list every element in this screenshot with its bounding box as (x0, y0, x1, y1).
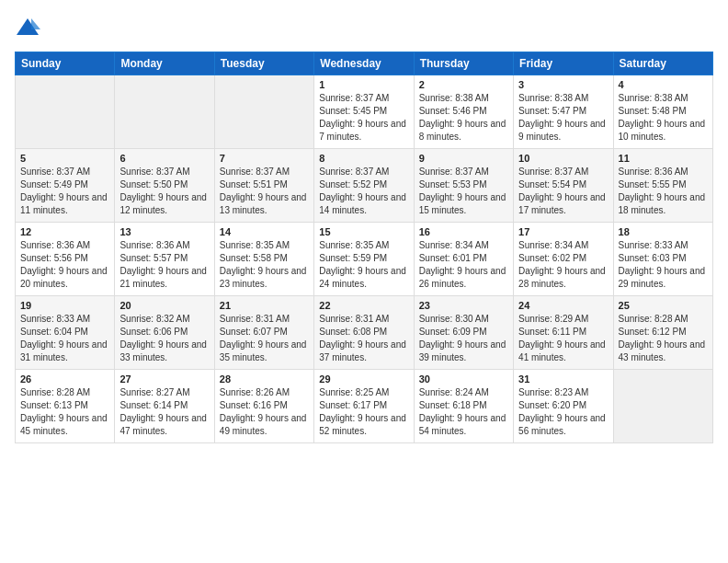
day-number: 13 (119, 226, 209, 237)
day-number: 7 (220, 153, 309, 164)
calendar-table: SundayMondayTuesdayWednesdayThursdayFrid… (15, 52, 713, 443)
day-number: 2 (419, 79, 508, 90)
day-info: Sunrise: 8:32 AM Sunset: 6:06 PM Dayligh… (119, 313, 209, 364)
day-info: Sunrise: 8:33 AM Sunset: 6:04 PM Dayligh… (20, 313, 109, 364)
calendar-cell: 19Sunrise: 8:33 AM Sunset: 6:04 PM Dayli… (16, 296, 115, 370)
day-info: Sunrise: 8:33 AM Sunset: 6:03 PM Dayligh… (619, 239, 708, 291)
weekday-header-thursday: Thursday (414, 52, 513, 75)
day-number: 24 (518, 300, 608, 311)
day-info: Sunrise: 8:37 AM Sunset: 5:49 PM Dayligh… (20, 166, 109, 217)
calendar-cell: 2Sunrise: 8:38 AM Sunset: 5:46 PM Daylig… (414, 75, 513, 149)
calendar-cell: 4Sunrise: 8:38 AM Sunset: 5:48 PM Daylig… (613, 75, 712, 149)
day-number: 1 (319, 79, 408, 90)
day-number: 15 (319, 226, 408, 237)
calendar-cell: 27Sunrise: 8:27 AM Sunset: 6:14 PM Dayli… (115, 370, 214, 443)
calendar-cell: 8Sunrise: 8:37 AM Sunset: 5:52 PM Daylig… (314, 149, 414, 223)
day-info: Sunrise: 8:25 AM Sunset: 6:17 PM Dayligh… (319, 386, 408, 438)
calendar-week-3: 12Sunrise: 8:36 AM Sunset: 5:56 PM Dayli… (16, 223, 713, 296)
calendar-cell: 15Sunrise: 8:35 AM Sunset: 5:59 PM Dayli… (314, 223, 414, 296)
calendar-cell: 16Sunrise: 8:34 AM Sunset: 6:01 PM Dayli… (414, 223, 513, 296)
day-number: 20 (119, 300, 209, 311)
calendar-cell (613, 370, 712, 443)
day-info: Sunrise: 8:37 AM Sunset: 5:52 PM Dayligh… (319, 166, 408, 217)
calendar-cell: 21Sunrise: 8:31 AM Sunset: 6:07 PM Dayli… (214, 296, 313, 370)
calendar-cell: 5Sunrise: 8:37 AM Sunset: 5:49 PM Daylig… (16, 149, 115, 223)
day-info: Sunrise: 8:38 AM Sunset: 5:48 PM Dayligh… (619, 92, 708, 144)
day-number: 16 (419, 226, 508, 237)
day-number: 11 (619, 153, 708, 164)
calendar-cell: 29Sunrise: 8:25 AM Sunset: 6:17 PM Dayli… (314, 370, 414, 443)
day-info: Sunrise: 8:35 AM Sunset: 5:58 PM Dayligh… (220, 239, 309, 291)
day-info: Sunrise: 8:37 AM Sunset: 5:45 PM Dayligh… (319, 92, 408, 144)
calendar-cell: 3Sunrise: 8:38 AM Sunset: 5:47 PM Daylig… (514, 75, 613, 149)
day-number: 25 (619, 300, 708, 311)
day-number: 8 (319, 153, 408, 164)
calendar-cell: 18Sunrise: 8:33 AM Sunset: 6:03 PM Dayli… (613, 223, 712, 296)
day-number: 4 (619, 79, 708, 90)
day-info: Sunrise: 8:24 AM Sunset: 6:18 PM Dayligh… (419, 386, 508, 438)
weekday-header-tuesday: Tuesday (214, 52, 313, 75)
day-number: 31 (518, 373, 608, 385)
day-number: 26 (20, 373, 109, 385)
calendar-cell (115, 75, 214, 149)
day-number: 10 (518, 153, 608, 164)
calendar-cell: 26Sunrise: 8:28 AM Sunset: 6:13 PM Dayli… (16, 370, 115, 443)
day-info: Sunrise: 8:38 AM Sunset: 5:47 PM Dayligh… (518, 92, 608, 144)
calendar-week-4: 19Sunrise: 8:33 AM Sunset: 6:04 PM Dayli… (16, 296, 713, 370)
calendar-cell: 10Sunrise: 8:37 AM Sunset: 5:54 PM Dayli… (514, 149, 613, 223)
day-number: 5 (20, 153, 109, 164)
calendar-cell: 22Sunrise: 8:31 AM Sunset: 6:08 PM Dayli… (314, 296, 414, 370)
calendar-week-2: 5Sunrise: 8:37 AM Sunset: 5:49 PM Daylig… (16, 149, 713, 223)
calendar-cell: 9Sunrise: 8:37 AM Sunset: 5:53 PM Daylig… (414, 149, 513, 223)
calendar-cell: 11Sunrise: 8:36 AM Sunset: 5:55 PM Dayli… (613, 149, 712, 223)
svg-marker-1 (31, 18, 40, 29)
day-info: Sunrise: 8:38 AM Sunset: 5:46 PM Dayligh… (419, 92, 508, 144)
day-info: Sunrise: 8:36 AM Sunset: 5:56 PM Dayligh… (20, 239, 109, 291)
logo-icon (15, 15, 40, 40)
day-info: Sunrise: 8:36 AM Sunset: 5:55 PM Dayligh… (619, 166, 708, 217)
day-number: 23 (419, 300, 508, 311)
weekday-header-friday: Friday (514, 52, 613, 75)
calendar-cell: 23Sunrise: 8:30 AM Sunset: 6:09 PM Dayli… (414, 296, 513, 370)
calendar-cell: 24Sunrise: 8:29 AM Sunset: 6:11 PM Dayli… (514, 296, 613, 370)
day-number: 6 (119, 153, 209, 164)
calendar-cell: 25Sunrise: 8:28 AM Sunset: 6:12 PM Dayli… (613, 296, 712, 370)
day-info: Sunrise: 8:37 AM Sunset: 5:50 PM Dayligh… (119, 166, 209, 217)
calendar-cell: 20Sunrise: 8:32 AM Sunset: 6:06 PM Dayli… (115, 296, 214, 370)
calendar-week-1: 1Sunrise: 8:37 AM Sunset: 5:45 PM Daylig… (16, 75, 713, 149)
calendar-cell: 14Sunrise: 8:35 AM Sunset: 5:58 PM Dayli… (214, 223, 313, 296)
calendar-cell: 13Sunrise: 8:36 AM Sunset: 5:57 PM Dayli… (115, 223, 214, 296)
day-info: Sunrise: 8:34 AM Sunset: 6:02 PM Dayligh… (518, 239, 608, 291)
calendar-cell: 1Sunrise: 8:37 AM Sunset: 5:45 PM Daylig… (314, 75, 414, 149)
day-info: Sunrise: 8:30 AM Sunset: 6:09 PM Dayligh… (419, 313, 508, 364)
calendar-cell (214, 75, 313, 149)
calendar-cell: 12Sunrise: 8:36 AM Sunset: 5:56 PM Dayli… (16, 223, 115, 296)
weekday-header-sunday: Sunday (16, 52, 115, 75)
day-info: Sunrise: 8:28 AM Sunset: 6:13 PM Dayligh… (20, 386, 109, 438)
day-number: 22 (319, 300, 408, 311)
logo (15, 15, 44, 40)
day-number: 18 (619, 226, 708, 237)
calendar-week-5: 26Sunrise: 8:28 AM Sunset: 6:13 PM Dayli… (16, 370, 713, 443)
day-info: Sunrise: 8:29 AM Sunset: 6:11 PM Dayligh… (518, 313, 608, 364)
day-info: Sunrise: 8:31 AM Sunset: 6:08 PM Dayligh… (319, 313, 408, 364)
day-number: 30 (419, 373, 508, 385)
day-number: 29 (319, 373, 408, 385)
day-info: Sunrise: 8:37 AM Sunset: 5:51 PM Dayligh… (220, 166, 309, 217)
calendar-cell: 17Sunrise: 8:34 AM Sunset: 6:02 PM Dayli… (514, 223, 613, 296)
day-info: Sunrise: 8:35 AM Sunset: 5:59 PM Dayligh… (319, 239, 408, 291)
page-header (15, 15, 713, 40)
calendar-cell: 28Sunrise: 8:26 AM Sunset: 6:16 PM Dayli… (214, 370, 313, 443)
day-info: Sunrise: 8:26 AM Sunset: 6:16 PM Dayligh… (220, 386, 309, 438)
day-info: Sunrise: 8:37 AM Sunset: 5:54 PM Dayligh… (518, 166, 608, 217)
weekday-header-wednesday: Wednesday (314, 52, 414, 75)
day-number: 28 (220, 373, 309, 385)
day-info: Sunrise: 8:34 AM Sunset: 6:01 PM Dayligh… (419, 239, 508, 291)
day-number: 3 (518, 79, 608, 90)
day-info: Sunrise: 8:23 AM Sunset: 6:20 PM Dayligh… (518, 386, 608, 438)
day-number: 19 (20, 300, 109, 311)
weekday-header-monday: Monday (115, 52, 214, 75)
calendar-cell (16, 75, 115, 149)
day-number: 17 (518, 226, 608, 237)
day-number: 21 (220, 300, 309, 311)
